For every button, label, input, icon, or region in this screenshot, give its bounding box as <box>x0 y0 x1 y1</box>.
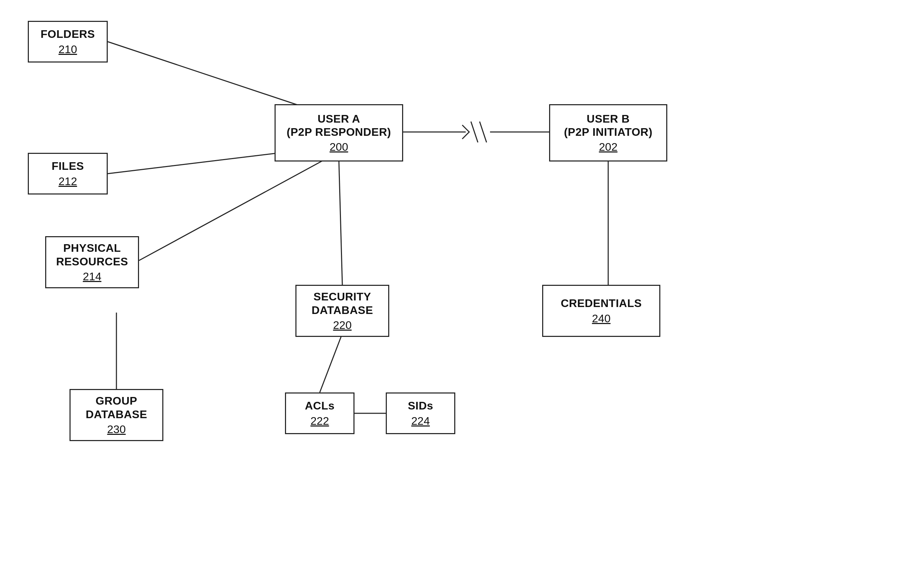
physical-resources-box: PHYSICALRESOURCES 214 <box>45 236 139 288</box>
sids-label: SIDs <box>408 399 433 412</box>
folders-num: 210 <box>59 43 77 56</box>
security-db-box: SECURITYDATABASE 220 <box>295 285 389 337</box>
group-db-box: GROUPDATABASE 230 <box>70 389 164 441</box>
svg-line-4 <box>339 160 342 285</box>
svg-line-10 <box>320 333 342 393</box>
connection-lines <box>0 0 905 588</box>
user-a-label: USER A(P2P RESPONDER) <box>287 112 391 139</box>
security-db-label: SECURITYDATABASE <box>311 290 373 317</box>
group-db-num: 230 <box>107 423 125 436</box>
acls-label: ACLs <box>305 399 335 412</box>
credentials-box: CREDENTIALS 240 <box>542 285 660 337</box>
group-db-label: GROUPDATABASE <box>86 394 147 421</box>
sids-num: 224 <box>411 415 430 428</box>
files-label: FILES <box>51 159 84 173</box>
svg-line-8 <box>479 122 487 143</box>
svg-line-7 <box>471 122 478 143</box>
credentials-label: CREDENTIALS <box>560 296 641 310</box>
files-box: FILES 212 <box>28 153 108 195</box>
files-num: 212 <box>59 175 77 188</box>
folders-box: FOLDERS 210 <box>28 21 108 62</box>
folders-label: FOLDERS <box>41 27 95 41</box>
svg-line-2 <box>139 153 337 260</box>
credentials-num: 240 <box>592 312 610 325</box>
user-b-box: USER B(P2P INITIATOR) 202 <box>549 104 667 162</box>
user-a-num: 200 <box>329 141 348 154</box>
physical-resources-label: PHYSICALRESOURCES <box>56 241 128 268</box>
security-db-num: 220 <box>333 319 351 332</box>
sids-box: SIDs 224 <box>386 393 455 434</box>
physical-resources-num: 214 <box>83 270 101 283</box>
acls-num: 222 <box>310 415 329 428</box>
user-a-box: USER A(P2P RESPONDER) 200 <box>275 104 403 162</box>
acls-box: ACLs 222 <box>285 393 354 434</box>
user-b-label: USER B(P2P INITIATOR) <box>564 112 653 139</box>
user-b-num: 202 <box>599 141 617 154</box>
diagram: FOLDERS 210 FILES 212 PHYSICALRESOURCES … <box>0 0 905 588</box>
